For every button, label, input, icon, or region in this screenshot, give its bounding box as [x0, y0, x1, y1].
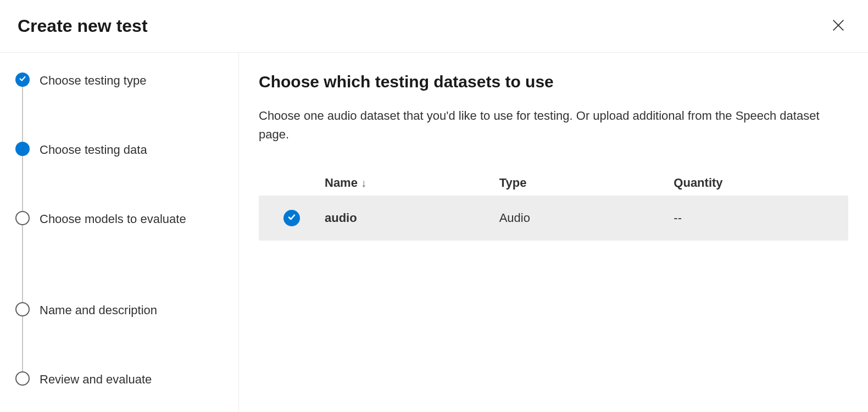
- checkmark-icon: [287, 213, 296, 224]
- close-button[interactable]: [826, 13, 850, 39]
- sort-ascending-icon: ↓: [361, 177, 366, 190]
- datasets-table: Name ↓ Type Quantity: [259, 170, 848, 241]
- wizard-steps-list: Choose testing type Choose testing data …: [15, 73, 223, 388]
- dialog-body: Choose testing type Choose testing data …: [0, 53, 868, 411]
- step-label: Choose models to evaluate: [40, 211, 186, 228]
- step-indicator-pending: [15, 302, 30, 316]
- step-indicator-pending: [15, 371, 30, 386]
- row-select-cell: [259, 210, 325, 226]
- column-header-name-label: Name: [325, 176, 358, 190]
- step-indicator-completed: [15, 73, 30, 87]
- step-indicator-current: [15, 142, 30, 156]
- column-header-type-label: Type: [499, 176, 527, 190]
- page-description: Choose one audio dataset that you'd like…: [259, 107, 830, 144]
- table-header-row: Name ↓ Type Quantity: [259, 170, 848, 196]
- step-label: Choose testing type: [40, 73, 146, 90]
- step-name-and-description[interactable]: Name and description: [15, 302, 223, 371]
- step-label: Review and evaluate: [40, 371, 152, 388]
- step-indicator-pending: [15, 211, 30, 225]
- main-content: Choose which testing datasets to use Cho…: [239, 53, 868, 411]
- table-row[interactable]: audio Audio --: [259, 196, 848, 241]
- wizard-steps-sidebar: Choose testing type Choose testing data …: [0, 53, 239, 411]
- cell-name: audio: [325, 211, 499, 225]
- step-choose-testing-type[interactable]: Choose testing type: [15, 73, 223, 142]
- step-review-and-evaluate[interactable]: Review and evaluate: [15, 371, 223, 388]
- column-header-quantity-label: Quantity: [674, 176, 722, 190]
- close-icon: [831, 18, 846, 35]
- step-label: Choose testing data: [40, 142, 147, 159]
- step-choose-testing-data[interactable]: Choose testing data: [15, 142, 223, 211]
- cell-quantity: --: [674, 211, 848, 225]
- cell-type: Audio: [499, 211, 674, 225]
- dialog-title: Create new test: [18, 16, 148, 36]
- step-label: Name and description: [40, 302, 157, 319]
- page-title: Choose which testing datasets to use: [259, 73, 848, 91]
- checkmark-icon: [19, 75, 26, 85]
- step-choose-models-to-evaluate[interactable]: Choose models to evaluate: [15, 211, 223, 302]
- column-header-name[interactable]: Name ↓: [325, 176, 499, 190]
- row-select-checkbox[interactable]: [283, 210, 300, 226]
- dialog-header: Create new test: [0, 0, 868, 53]
- column-header-type[interactable]: Type: [499, 176, 674, 190]
- column-header-quantity[interactable]: Quantity: [674, 176, 848, 190]
